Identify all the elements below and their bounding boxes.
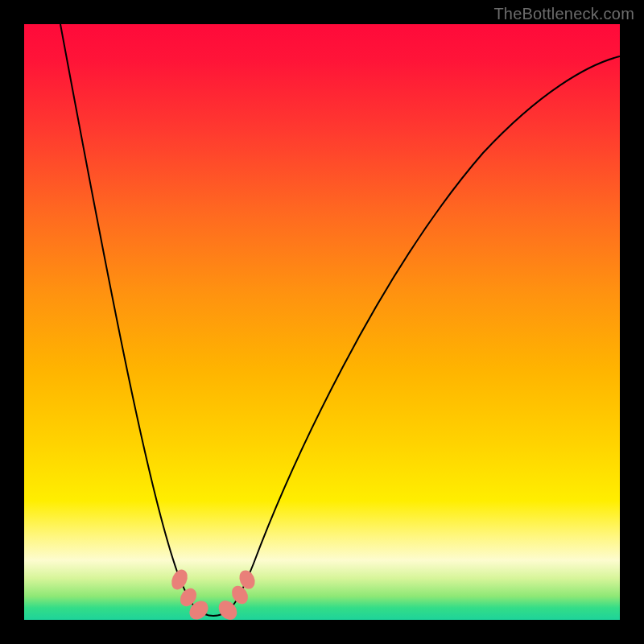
plot-area — [24, 24, 620, 620]
bottleneck-curve — [60, 24, 620, 616]
watermark-text: TheBottleneck.com — [493, 5, 634, 23]
chart-frame: TheBottleneck.com — [0, 0, 644, 644]
curve-marker — [168, 567, 190, 592]
curve-markers — [168, 567, 258, 620]
curve-layer — [24, 24, 620, 620]
